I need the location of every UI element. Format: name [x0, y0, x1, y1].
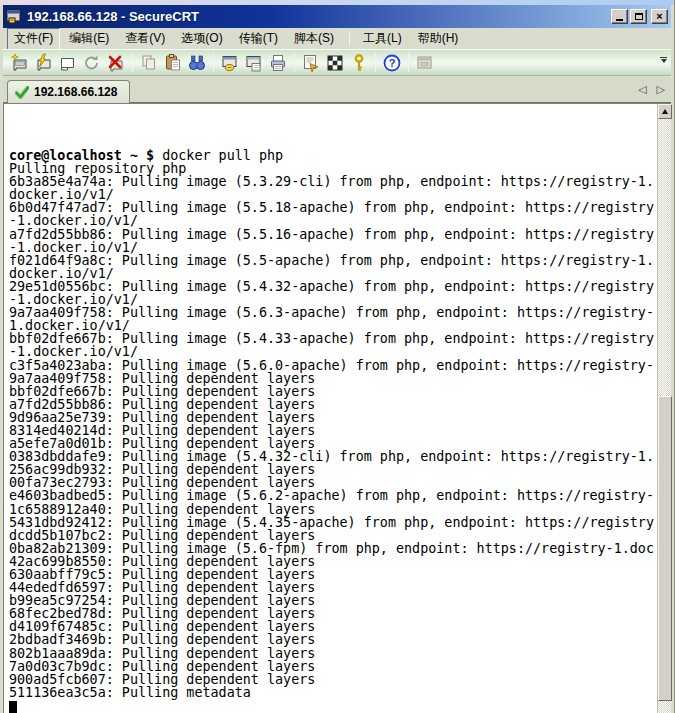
terminal-line: c3f5a4023aba: Pulling image (5.6.0-apach…: [9, 359, 656, 372]
session-manager-icon: [415, 53, 435, 73]
find-button[interactable]: [185, 51, 209, 75]
disconnect-icon: [106, 53, 126, 73]
disconnect-button[interactable]: [104, 51, 128, 75]
terminal-line: a7fd2d55bb86: Pulling image (5.5.16-apac…: [9, 228, 656, 241]
terminal-line: 9d96aa25e739: Pulling dependent layers: [9, 411, 656, 424]
connected-check-icon: [15, 86, 29, 99]
terminal-line: a7fd2d55bb86: Pulling dependent layers: [9, 398, 656, 411]
session-tab-label: 192.168.66.128: [34, 85, 117, 99]
menu-separator: [349, 31, 350, 46]
terminal-line: 511136ea3c5a: Pulling metadata: [9, 686, 656, 699]
menu-item[interactable]: 查看(V): [118, 28, 172, 50]
terminal-lines: Pulling repository php6b3a85e4a74a: Pull…: [9, 162, 656, 699]
find-icon: [187, 53, 207, 73]
securecrt-window: 192.168.66.128 - SecureCRT × 文件(F)编辑(E)查…: [0, 0, 675, 713]
toolbar-separator: [375, 53, 376, 72]
close-button[interactable]: ×: [651, 9, 668, 24]
quick-connect-button[interactable]: [32, 51, 56, 75]
tab-scroll-right-button[interactable]: ▷: [657, 83, 665, 96]
paste-button[interactable]: [161, 51, 185, 75]
terminal-line: dcdd5b107bc2: Pulling dependent layers: [9, 529, 656, 542]
maximize-button[interactable]: [630, 9, 647, 24]
terminal-line: 900ad5fcb607: Pulling dependent layers: [9, 673, 656, 686]
scrollbar-thumb[interactable]: [658, 396, 672, 701]
menu-bar: 文件(F)编辑(E)查看(V)选项(O)传输(T)脚本(S)工具(L)帮助(H): [3, 28, 671, 49]
terminal-line: 802b1aaa89da: Pulling dependent layers: [9, 647, 656, 660]
window-title: 192.168.66.128 - SecureCRT: [27, 9, 609, 24]
close-icon: ×: [656, 11, 662, 22]
reconnect-button[interactable]: [80, 51, 104, 75]
terminal-area[interactable]: core@localhost ~ $ docker pull php Pulli…: [3, 103, 671, 713]
toolbar: ?: [3, 49, 671, 76]
session-manager-button[interactable]: [413, 51, 437, 75]
connect-icon: [10, 53, 30, 73]
securecrt-app-icon: [6, 8, 23, 25]
terminal-line: 0ba82ab21309: Pulling image (5.6-fpm) fr…: [9, 542, 656, 555]
terminal-line: -1.docker.io/v1/: [9, 345, 656, 358]
menu-item[interactable]: 编辑(E): [62, 28, 116, 50]
title-bar[interactable]: 192.168.66.128 - SecureCRT ×: [3, 5, 671, 28]
terminal-output[interactable]: core@localhost ~ $ docker pull php Pulli…: [5, 105, 656, 713]
terminal-cursor-line: [9, 699, 656, 712]
session-tab[interactable]: 192.168.66.128: [7, 80, 130, 103]
terminal-line: 2bdbadf3469b: Pulling dependent layers: [9, 633, 656, 646]
toolbar-overflow-button[interactable]: [659, 57, 668, 63]
scrollbar-up-button[interactable]: [658, 104, 672, 119]
connect-button[interactable]: [8, 51, 32, 75]
raw-log-button[interactable]: [242, 51, 266, 75]
terminal-cursor: [9, 701, 17, 713]
terminal-line: 7a0d03c7b9dc: Pulling dependent layers: [9, 660, 656, 673]
help-button[interactable]: ?: [380, 51, 404, 75]
terminal-line: 1c6588912a40: Pulling dependent layers: [9, 503, 656, 516]
terminal-line: bbf02dfe667b: Pulling dependent layers: [9, 385, 656, 398]
reconnect-icon: [82, 53, 102, 73]
menu-item[interactable]: 选项(O): [174, 28, 229, 50]
menu-item[interactable]: 文件(F): [7, 28, 60, 50]
session-options-icon: [301, 53, 321, 73]
toolbar-separator: [408, 53, 409, 72]
session-options-button[interactable]: [299, 51, 323, 75]
svg-text:?: ?: [389, 57, 396, 69]
maximize-icon: [635, 13, 643, 20]
print-button[interactable]: [266, 51, 290, 75]
toolbar-overflow-icon: [660, 57, 667, 58]
terminal-line: f021d64f9a8c: Pulling image (5.5-apache)…: [9, 254, 656, 267]
toolbar-separator: [213, 53, 214, 72]
raw-log-icon: [244, 53, 264, 73]
key-icon: [349, 53, 369, 73]
keymap-button[interactable]: [323, 51, 347, 75]
vertical-scrollbar[interactable]: [657, 104, 671, 713]
print-icon: [268, 53, 288, 73]
terminal-line: -1.docker.io/v1/: [9, 241, 656, 254]
toolbar-separator: [132, 53, 133, 72]
log-session-button[interactable]: [218, 51, 242, 75]
toolbar-separator: [294, 53, 295, 72]
menu-item[interactable]: 工具(L): [356, 28, 409, 50]
scroll-up-icon: [662, 109, 668, 114]
key-button[interactable]: [347, 51, 371, 75]
copy-button[interactable]: [137, 51, 161, 75]
connect-in-tab-icon: [58, 53, 78, 73]
terminal-line: 9a7aa409f758: Pulling dependent layers: [9, 372, 656, 385]
log-session-icon: [220, 53, 240, 73]
terminal-line: docker.io/v1/: [9, 267, 656, 280]
help-icon: ?: [382, 53, 402, 73]
minimize-icon: [616, 19, 623, 21]
quick-connect-icon: [34, 53, 54, 73]
menu-item[interactable]: 脚本(S): [287, 28, 341, 50]
terminal-line: e4603badbed5: Pulling image (5.6.2-apach…: [9, 489, 656, 502]
terminal-line: -1.docker.io/v1/: [9, 214, 656, 227]
connect-in-tab-button[interactable]: [56, 51, 80, 75]
menu-item[interactable]: 帮助(H): [411, 28, 466, 50]
minimize-button[interactable]: [611, 9, 628, 24]
menu-item[interactable]: 传输(T): [232, 28, 285, 50]
paste-icon: [163, 53, 183, 73]
tab-bar: 192.168.66.128 ◁ ▷: [3, 77, 671, 103]
terminal-line: 5431dbd92412: Pulling image (5.4.35-apac…: [9, 516, 656, 529]
copy-icon: [139, 53, 159, 73]
keymap-icon: [325, 53, 345, 73]
tab-scroll-left-button[interactable]: ◁: [638, 83, 646, 96]
